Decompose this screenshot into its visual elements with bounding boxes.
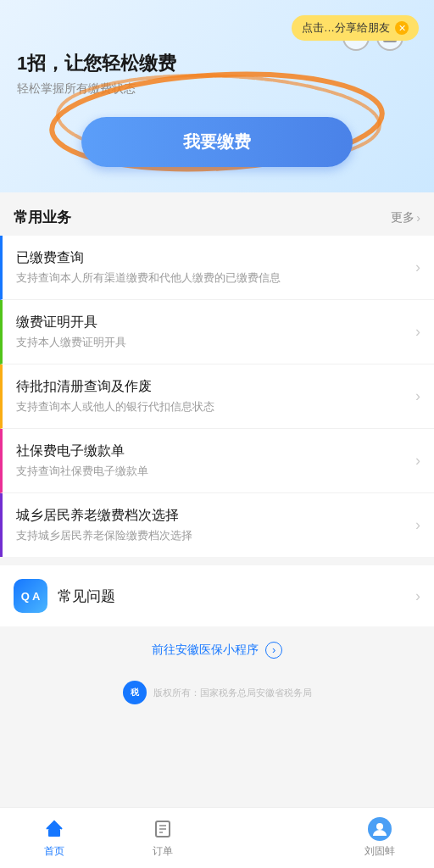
- anhui-link-section[interactable]: 前往安徽医保小程序 ›: [0, 626, 434, 674]
- menu-item-arrow-5: ›: [415, 516, 420, 534]
- menu-item-desc-4: 支持查询社保费电子缴款单: [16, 464, 407, 479]
- menu-item-title-3: 待批扣清册查询及作废: [16, 378, 407, 396]
- banner-title: 1招，让您轻松缴费: [17, 51, 417, 76]
- menu-item-5[interactable]: 城乡居民养老缴费档次选择 支持城乡居民养老保险缴费档次选择 ›: [0, 493, 434, 557]
- menu-item-title-1: 已缴费查询: [16, 249, 407, 267]
- menu-item-arrow-2: ›: [415, 323, 420, 341]
- banner: ··· 点击…分享给朋友 ✕ 1招，让您轻松缴费 轻松掌握所有缴费状态 我要缴费: [0, 0, 434, 192]
- faq-label: 常见问题: [58, 587, 115, 606]
- nav-item-profile[interactable]: 刘固蚌: [326, 817, 434, 859]
- menu-item-desc-2: 支持本人缴费证明开具: [16, 335, 407, 350]
- menu-item-desc-1: 支持查询本人所有渠道缴费和代他人缴费的已缴费信息: [16, 270, 407, 286]
- copyright-text: 版权所有：国家税务总局安徽省税务局: [153, 687, 312, 699]
- menu-item-arrow-4: ›: [415, 452, 420, 470]
- nav-item-empty: [217, 825, 326, 852]
- menu-item-title-2: 缴费证明开具: [16, 314, 407, 331]
- menu-item-2[interactable]: 缴费证明开具 支持本人缴费证明开具 ›: [0, 300, 434, 364]
- menu-list: 已缴费查询 支持查询本人所有渠道缴费和代他人缴费的已缴费信息 › 缴费证明开具 …: [0, 236, 434, 557]
- share-tip-text: 点击…分享给朋友: [302, 20, 390, 36]
- section-title: 常用业务: [14, 208, 71, 227]
- more-chevron-icon: ›: [416, 211, 420, 225]
- faq-arrow-icon: ›: [415, 587, 420, 605]
- nav-item-home[interactable]: 首页: [0, 817, 108, 859]
- tax-logo-icon: 税: [123, 681, 147, 704]
- banner-subtitle: 轻松掌握所有缴费状态: [17, 81, 417, 97]
- menu-item-1[interactable]: 已缴费查询 支持查询本人所有渠道缴费和代他人缴费的已缴费信息 ›: [0, 236, 434, 300]
- home-icon: [42, 817, 66, 841]
- faq-section[interactable]: Q A 常见问题 ›: [0, 565, 434, 626]
- faq-icon: Q A: [14, 579, 47, 613]
- menu-item-title-4: 社保费电子缴款单: [16, 442, 407, 460]
- nav-item-orders[interactable]: 订单: [108, 817, 217, 859]
- menu-item-desc-3: 支持查询本人或他人的银行代扣信息状态: [16, 399, 407, 415]
- menu-item-3[interactable]: 待批扣清册查询及作废 支持查询本人或他人的银行代扣信息状态 ›: [0, 364, 434, 429]
- menu-item-4[interactable]: 社保费电子缴款单 支持查询社保费电子缴款单 ›: [0, 429, 434, 493]
- section-header: 常用业务 更多 ›: [0, 192, 434, 236]
- menu-item-desc-5: 支持城乡居民养老保险缴费档次选择: [16, 528, 407, 543]
- pay-button[interactable]: 我要缴费: [81, 117, 353, 167]
- svg-rect-7: [52, 832, 57, 837]
- share-tip-close[interactable]: ✕: [395, 21, 409, 35]
- profile-avatar-icon: [368, 817, 392, 841]
- nav-icon-empty: [259, 825, 283, 849]
- menu-item-title-5: 城乡居民养老缴费档次选择: [16, 507, 407, 525]
- anhui-circle-arrow-icon: ›: [265, 642, 282, 659]
- share-tip: 点击…分享给朋友 ✕: [292, 15, 419, 41]
- menu-item-arrow-1: ›: [415, 259, 420, 276]
- nav-label-orders: 订单: [153, 844, 173, 859]
- orders-icon: [151, 817, 175, 841]
- menu-item-arrow-3: ›: [415, 387, 420, 405]
- anhui-link-text: 前往安徽医保小程序: [152, 643, 259, 656]
- section-more-button[interactable]: 更多 ›: [391, 210, 420, 225]
- svg-point-12: [376, 823, 383, 830]
- bottom-nav: 首页 订单 刘固蚌: [0, 807, 434, 868]
- copyright: 税 版权所有：国家税务总局安徽省税务局: [0, 674, 434, 776]
- nav-label-profile: 刘固蚌: [364, 844, 395, 859]
- nav-label-home: 首页: [44, 844, 64, 859]
